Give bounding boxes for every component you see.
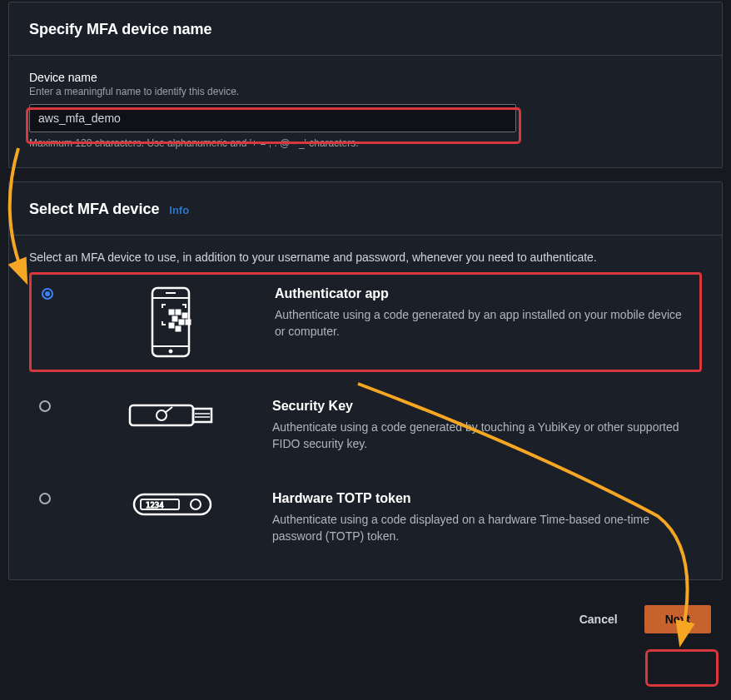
option-desc-hardware-totp: Authenticate using a code displayed on a… <box>272 511 692 545</box>
panel-header-select-device: Select MFA device Info <box>9 182 722 236</box>
panel-title-device-name: Specify MFA device name <box>29 21 211 38</box>
radio-wrap-security-key <box>39 399 72 415</box>
radio-wrap-authenticator <box>42 286 75 302</box>
option-title-security-key: Security Key <box>272 399 692 414</box>
option-desc-authenticator: Authenticate using a code generated by a… <box>275 306 689 340</box>
hardware-totp-icon: 1234 <box>72 491 272 518</box>
footer-actions: Cancel Next <box>0 593 731 645</box>
panel-header-device-name: Specify MFA device name <box>9 2 722 56</box>
svg-rect-12 <box>176 326 181 331</box>
option-text-security-key: Security Key Authenticate using a code g… <box>272 399 692 453</box>
panel-body-select-device: Select an MFA device to use, in addition… <box>9 236 722 579</box>
option-security-key[interactable]: Security Key Authenticate using a code g… <box>29 387 702 464</box>
option-desc-security-key: Authenticate using a code generated by t… <box>272 419 692 453</box>
radio-hardware-totp[interactable] <box>39 493 51 504</box>
device-name-constraint: Maximum 128 characters. Use alphanumeric… <box>29 137 702 149</box>
svg-point-21 <box>191 499 201 509</box>
svg-point-3 <box>169 350 172 353</box>
next-button[interactable]: Next <box>644 605 711 633</box>
annotation-highlight-next <box>645 649 719 687</box>
svg-rect-13 <box>130 405 193 425</box>
cancel-button[interactable]: Cancel <box>563 606 634 633</box>
select-device-description: Select an MFA device to use, in addition… <box>29 251 702 264</box>
radio-authenticator-app[interactable] <box>42 288 53 300</box>
svg-text:1234: 1234 <box>146 501 164 509</box>
svg-rect-11 <box>169 323 174 328</box>
panel-specify-device-name: Specify MFA device name Device name Ente… <box>8 2 723 168</box>
svg-rect-9 <box>179 320 184 325</box>
option-text-authenticator: Authenticator app Authenticate using a c… <box>275 286 689 340</box>
security-key-icon <box>72 399 272 432</box>
radio-security-key[interactable] <box>39 400 51 412</box>
option-title-authenticator: Authenticator app <box>275 286 689 301</box>
device-name-desc: Enter a meaningful name to identify this… <box>29 86 702 97</box>
svg-rect-7 <box>182 313 187 318</box>
option-hardware-totp[interactable]: 1234 Hardware TOTP token Authenticate us… <box>29 479 702 557</box>
radio-wrap-hardware-totp <box>39 491 72 507</box>
svg-rect-10 <box>186 320 191 325</box>
panel-body-device-name: Device name Enter a meaningful name to i… <box>9 56 722 167</box>
svg-rect-15 <box>193 409 211 422</box>
device-name-label: Device name <box>29 71 702 84</box>
authenticator-app-icon <box>75 286 275 358</box>
svg-rect-5 <box>169 310 174 315</box>
option-text-hardware-totp: Hardware TOTP token Authenticate using a… <box>272 491 692 545</box>
option-authenticator-app[interactable]: Authenticator app Authenticate using a c… <box>29 272 702 372</box>
svg-rect-8 <box>172 316 177 321</box>
device-name-input[interactable] <box>29 104 516 132</box>
info-link[interactable]: Info <box>169 204 189 216</box>
panel-title-select-device: Select MFA device <box>29 201 159 218</box>
panel-select-mfa-device: Select MFA device Info Select an MFA dev… <box>8 181 723 580</box>
option-title-hardware-totp: Hardware TOTP token <box>272 491 692 506</box>
svg-rect-6 <box>176 310 181 315</box>
